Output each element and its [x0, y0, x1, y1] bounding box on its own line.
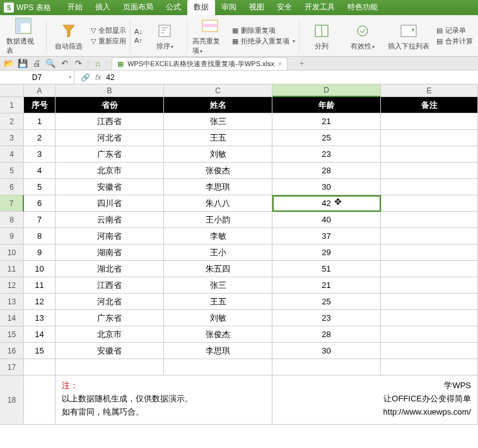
cell[interactable]	[381, 212, 478, 228]
cell[interactable]: 21	[272, 113, 381, 130]
col-header-A[interactable]: A	[24, 84, 55, 97]
cell[interactable]	[381, 113, 478, 130]
cell[interactable]: 安徽省	[55, 179, 164, 195]
row-header-15[interactable]: 15	[0, 326, 24, 343]
cell[interactable]: 30	[272, 343, 381, 359]
cell[interactable]: 3	[24, 146, 55, 163]
row-header-5[interactable]: 5	[0, 163, 24, 179]
cell[interactable]	[381, 228, 478, 244]
cell[interactable]: 23	[272, 146, 381, 163]
cell[interactable]	[381, 310, 478, 326]
split-button[interactable]: 分列	[302, 20, 342, 52]
cell[interactable]: 1	[24, 113, 55, 130]
show-all-button[interactable]: ▽全部显示	[91, 26, 126, 35]
menu-tab-2[interactable]: 页面布局	[117, 0, 160, 15]
formula-input[interactable]: 42	[106, 73, 114, 82]
menu-tab-1[interactable]: 插入	[89, 0, 117, 15]
home-icon[interactable]: ⌂	[93, 59, 103, 69]
cell[interactable]	[381, 163, 478, 179]
row-header-12[interactable]: 12	[0, 277, 24, 294]
cell[interactable]: 刘敏	[164, 310, 272, 326]
cell[interactable]: 安徽省	[55, 343, 164, 359]
insert-dropdown-button[interactable]: 插入下拉列表	[383, 20, 434, 52]
redo-icon[interactable]: ↷	[73, 59, 83, 69]
cell[interactable]	[381, 326, 478, 343]
cell[interactable]: 21	[272, 277, 381, 294]
spreadsheet-grid[interactable]: 1序号省份姓名年龄备注 ✥21江西省张三2132河北省王五2543广东省刘敏23…	[0, 97, 478, 425]
row-header-6[interactable]: 6	[0, 179, 24, 195]
cell[interactable]: 张三	[164, 113, 272, 130]
undo-icon[interactable]: ↶	[59, 59, 69, 69]
row-header-4[interactable]: 4	[0, 146, 24, 163]
cell[interactable]	[381, 130, 478, 146]
reapply-button[interactable]: ▽重新应用	[91, 37, 126, 46]
cell[interactable]: 云南省	[55, 212, 164, 228]
cell[interactable]: 40	[272, 212, 381, 228]
pivot-table-button[interactable]: 数据透视表	[4, 14, 44, 57]
cell[interactable]: 7	[24, 212, 55, 228]
cell[interactable]	[381, 277, 478, 294]
sort-button[interactable]: 排序▾	[145, 20, 185, 52]
menu-tab-8[interactable]: 开发工具	[298, 0, 341, 15]
cell[interactable]: 北京市	[55, 326, 164, 343]
cell[interactable]	[381, 294, 478, 310]
cell[interactable]: 王小韵	[164, 212, 272, 228]
cell[interactable]: 湖北省	[55, 261, 164, 277]
row-header-11[interactable]: 11	[0, 261, 24, 277]
cell[interactable]: 11	[24, 277, 55, 294]
row-header-7[interactable]: 7	[0, 195, 24, 212]
cell[interactable]: 王小	[164, 244, 272, 261]
cell[interactable]: 8	[24, 228, 55, 244]
sort-asc-icon[interactable]: A↓	[134, 28, 143, 35]
namebox-dropdown-icon[interactable]: ▾	[69, 74, 71, 80]
cell[interactable]: 28	[272, 163, 381, 179]
cell[interactable]: 张三	[164, 277, 272, 294]
cell[interactable]: 37	[272, 228, 381, 244]
name-box[interactable]: D7 ▾	[0, 71, 74, 84]
highlight-dup-button[interactable]: 高亮重复项▾	[190, 14, 230, 57]
cell[interactable]: 姓名	[164, 97, 272, 113]
open-icon[interactable]: 📂	[4, 59, 14, 69]
cell[interactable]: 河北省	[55, 130, 164, 146]
cell[interactable]: 年龄	[272, 97, 381, 113]
cell[interactable]: 朱八八	[164, 195, 272, 212]
cell[interactable]: 江西省	[55, 113, 164, 130]
cell[interactable]: 刘敏	[164, 146, 272, 163]
note-cell[interactable]: 注：以上数据随机生成，仅供数据演示。如有雷同，纯属巧合。	[55, 376, 272, 425]
col-header-E[interactable]: E	[381, 84, 478, 97]
cell[interactable]: 2	[24, 130, 55, 146]
row-header-9[interactable]: 9	[0, 228, 24, 244]
cell[interactable]: 备注	[381, 97, 478, 113]
cell[interactable]	[381, 261, 478, 277]
cell[interactable]: 省份	[55, 97, 164, 113]
cell[interactable]: 张俊杰	[164, 163, 272, 179]
menu-tab-3[interactable]: 公式	[160, 0, 187, 15]
row-header-16[interactable]: 16	[0, 343, 24, 359]
cell[interactable]	[381, 244, 478, 261]
cell[interactable]: 李敏	[164, 228, 272, 244]
cell[interactable]	[381, 343, 478, 359]
cell[interactable]	[24, 376, 55, 425]
cell[interactable]: 广东省	[55, 310, 164, 326]
sort-desc-icon[interactable]: A↑	[134, 37, 143, 44]
cell[interactable]: 李思琪	[164, 179, 272, 195]
cell[interactable]: 北京市	[55, 163, 164, 179]
select-all-corner[interactable]	[0, 84, 24, 97]
cell[interactable]: 四川省	[55, 195, 164, 212]
row-header-18[interactable]: 18	[0, 376, 24, 425]
close-tab-icon[interactable]: ×	[278, 60, 282, 67]
menu-tab-7[interactable]: 安全	[271, 0, 298, 15]
autofilter-button[interactable]: 自动筛选	[49, 20, 89, 52]
cell[interactable]: 10	[24, 261, 55, 277]
col-header-C[interactable]: C	[164, 84, 272, 97]
new-tab-icon[interactable]: +	[296, 59, 306, 69]
menu-tab-0[interactable]: 开始	[61, 0, 89, 15]
cell[interactable]: 李思琪	[164, 343, 272, 359]
cell[interactable]: 42	[272, 195, 381, 212]
cell[interactable]: 4	[24, 163, 55, 179]
cell[interactable]	[164, 359, 272, 376]
row-header-17[interactable]: 17	[0, 359, 24, 376]
cell[interactable]: 13	[24, 310, 55, 326]
row-header-2[interactable]: 2	[0, 113, 24, 130]
cell[interactable]	[381, 146, 478, 163]
